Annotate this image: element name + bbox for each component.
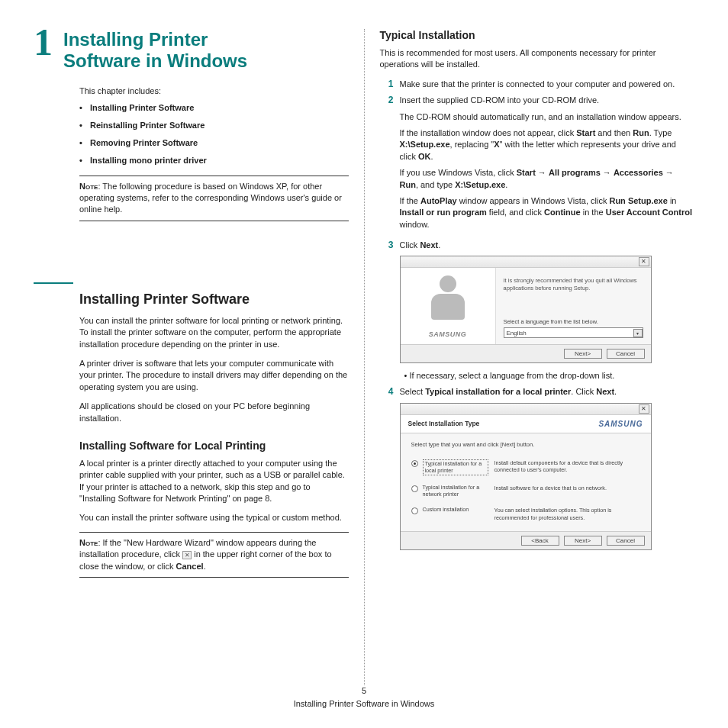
cancel-button[interactable]: Cancel — [607, 536, 645, 546]
close-icon[interactable]: ✕ — [639, 257, 649, 266]
t: . — [614, 387, 617, 396]
start-word: Start — [517, 168, 536, 177]
option-label[interactable]: Typical installation for a network print… — [423, 485, 488, 498]
paragraph: You can install the printer software for… — [79, 315, 349, 350]
note-text: : The following procedure is based on Wi… — [79, 182, 342, 214]
chapter-header: 1 Installing Printer Software in Windows — [34, 29, 349, 72]
runsetup-word: Run Setup.exe — [609, 196, 667, 205]
step2-line-a: Insert the supplied CD-ROM into your CD-… — [400, 95, 695, 106]
continue-word: Continue — [544, 208, 581, 217]
section-heading: Installing Printer Software — [79, 292, 349, 308]
option-label[interactable]: Typical installation for a local printer — [423, 459, 488, 475]
dialog2-instruction: Select type that you want and click [Nex… — [411, 441, 640, 448]
cancel-button[interactable]: Cancel — [607, 349, 645, 359]
next-button[interactable]: Next> — [564, 349, 602, 359]
setup-path: X:\Setup.exe — [455, 180, 505, 189]
page-number: 5 — [0, 685, 728, 697]
this-chapter-label: This chapter includes: — [79, 86, 349, 95]
option-description: Install default components for a device … — [488, 459, 640, 474]
dialog-titlebar: ✕ — [401, 404, 651, 415]
close-icon: ✕ — [182, 551, 192, 559]
person-icon — [428, 274, 468, 323]
installer-dialog-2: ✕ Select Installation Type SAMSUNG Selec… — [400, 403, 652, 550]
t: Click — [400, 240, 420, 250]
subsection-heading: Installing Software for Local Printing — [79, 440, 349, 452]
t: field, and click — [487, 208, 544, 217]
install-option-network: Typical installation for a network print… — [411, 481, 640, 501]
t: . Type — [649, 128, 672, 137]
chapter-intro-block: This chapter includes: Installing Printe… — [79, 86, 349, 221]
step-body: Insert the supplied CD-ROM into your CD-… — [400, 95, 695, 235]
t: and then — [595, 128, 633, 137]
install-option-custom: Custom installation You can select insta… — [411, 503, 640, 525]
option-label[interactable]: Custom installation — [423, 507, 488, 514]
bullet-item: Removing Printer Software — [79, 138, 349, 147]
allprograms-word: All programs — [549, 168, 601, 177]
chapter-number: 1 — [34, 26, 53, 59]
arrow: → — [601, 168, 614, 177]
t: If you use Windows Vista, click — [400, 168, 517, 177]
step2-line-c: If the installation window does not appe… — [400, 127, 695, 163]
ok-word: OK — [418, 152, 431, 161]
t: in the — [581, 208, 606, 217]
run-word: Run — [633, 128, 649, 137]
t: , and type — [416, 180, 455, 189]
run-word: Run — [400, 180, 416, 189]
chapter-title-line2: Software in Windows — [63, 50, 247, 71]
dlg1-note-bullet: If necessary, select a language from the… — [380, 371, 695, 380]
h2-rule — [34, 282, 73, 284]
radio-button[interactable] — [411, 460, 418, 467]
start-word: Start — [576, 128, 595, 137]
section-body: You can install the printer software for… — [79, 315, 349, 578]
dialog-footer: <Back Next> Cancel — [401, 531, 651, 549]
step-body: Make sure that the printer is connected … — [400, 79, 695, 90]
t: Select — [400, 387, 426, 396]
language-value: English — [507, 330, 527, 337]
t: in — [668, 196, 677, 205]
dialog1-body: SAMSUNG It is strongly recommended that … — [401, 268, 651, 344]
installrun-word: Install or run program — [400, 208, 487, 217]
step-body: Select Typical installation for a local … — [400, 386, 695, 398]
close-icon[interactable]: ✕ — [639, 404, 649, 414]
right-column: Typical Installation This is recommended… — [366, 29, 695, 685]
dialog-footer: Next> Cancel — [401, 344, 651, 362]
typical-install-heading: Typical Installation — [380, 29, 695, 41]
option-description: Install software for a device that is on… — [488, 485, 640, 491]
next-button[interactable]: Next> — [564, 536, 602, 546]
language-label: Select a language from the list below. — [504, 318, 643, 325]
chapter-title: Installing Printer Software in Windows — [63, 29, 247, 72]
typical-install-intro: This is recommended for most users. All … — [380, 47, 695, 71]
chevron-down-icon[interactable]: ▾ — [633, 329, 643, 337]
cancel-word: Cancel — [176, 562, 204, 571]
note-label: Note — [79, 538, 98, 547]
step-3: 3 Click Next. — [380, 240, 695, 251]
t: . — [430, 152, 433, 161]
dialog1-message: It is strongly recommended that you quit… — [504, 277, 643, 292]
t: . — [505, 180, 507, 189]
back-button[interactable]: <Back — [521, 536, 559, 546]
step2-line-e: If the AutoPlay window appears in Window… — [400, 195, 695, 230]
autoplay-word: AutoPlay — [420, 196, 457, 205]
radio-button[interactable] — [411, 485, 418, 492]
note-label: Note — [79, 182, 98, 191]
arrow: → — [663, 168, 674, 177]
step-number: 3 — [380, 240, 394, 251]
option-description: You can select installation options. Thi… — [488, 507, 640, 521]
note-end: . — [204, 562, 206, 571]
step-2: 2 Insert the supplied CD-ROM into your C… — [380, 95, 695, 235]
samsung-logo: SAMSUNG — [598, 420, 643, 428]
dialog1-content: It is strongly recommended that you quit… — [496, 268, 651, 344]
x-letter: X — [494, 140, 499, 149]
setup-path: X:\Setup.exe — [400, 140, 450, 149]
paragraph: All applications should be closed on you… — [79, 401, 349, 424]
t: window appears in Windows Vista, click — [457, 196, 610, 205]
radio-button[interactable] — [411, 507, 418, 514]
next-word: Next — [420, 240, 438, 250]
page-footer: 5 Installing Printer Software in Windows — [0, 685, 728, 710]
t: window. — [400, 220, 430, 229]
language-dropdown[interactable]: English ▾ — [504, 327, 643, 338]
t: If the installation window does not appe… — [400, 128, 577, 137]
t: If the — [400, 196, 421, 205]
dialog2-title: Select Installation Type — [408, 420, 480, 427]
step-number: 4 — [380, 386, 394, 398]
